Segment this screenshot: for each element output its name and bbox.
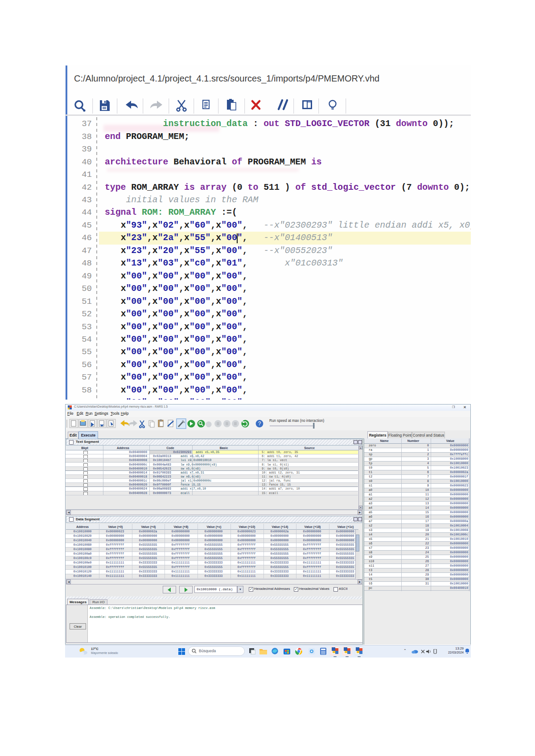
svg-text:?: ? — [258, 421, 261, 427]
svg-text:Run speed at max (no interacti: Run speed at max (no interaction) — [269, 419, 325, 423]
